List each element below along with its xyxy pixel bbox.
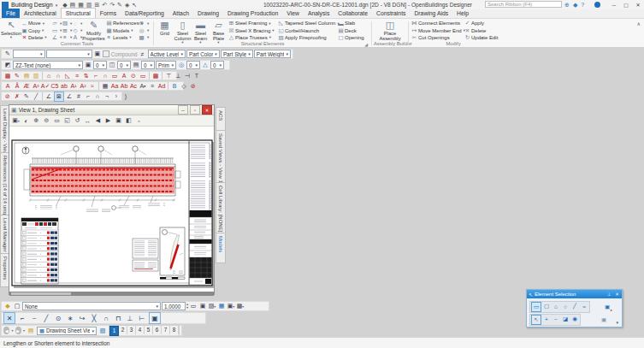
line-weight-icon[interactable]: ▤ — [132, 61, 140, 69]
modify-element-tool[interactable]: ⌐ — [17, 313, 27, 323]
part-style-dropdown[interactable]: Part Style▾ — [221, 50, 253, 58]
workflow-selector[interactable]: Building Design — [11, 2, 53, 8]
tool-icon[interactable]: ⊤ — [164, 72, 173, 80]
minimize-button[interactable]: ─ — [608, 0, 620, 9]
title-icon[interactable]: ⊕ — [564, 2, 570, 9]
ribbon-big-button[interactable]: ▬Steel Beam▾ — [192, 20, 210, 41]
scale-spinner[interactable]: ▴▾ — [186, 303, 188, 310]
active-tool-frame[interactable]: ▣ — [149, 312, 161, 324]
value-combo-1[interactable]: 0▾ — [93, 61, 107, 69]
tool-icon[interactable] — [168, 82, 168, 90]
ribbon-small-button[interactable]: ▦Models▾ — [105, 27, 138, 33]
keyin-icon[interactable]: ◆ — [3, 302, 12, 310]
tool-icon[interactable]: ⌐ — [84, 92, 92, 101]
zoom-in-icon[interactable]: ⊕ — [32, 116, 41, 125]
tool-icon[interactable]: ▩ — [151, 72, 160, 80]
tool-icon[interactable]: ▭ — [139, 72, 147, 80]
scrollbar-thumb[interactable] — [11, 292, 71, 295]
quick-access-icon[interactable]: ↶ — [102, 2, 107, 9]
ribbon-tab[interactable]: Forms — [96, 9, 121, 18]
drawing-scale-icon[interactable]: ▩▾ — [236, 302, 245, 310]
ribbon-icon-button[interactable]: ◇▾ — [72, 27, 82, 33]
tool-icon[interactable]: ∠ — [44, 92, 53, 101]
drawing-canvas[interactable] — [9, 127, 214, 292]
view-group-folder-icon[interactable]: ▤ — [27, 327, 35, 335]
tool-icon[interactable]: ⌐ — [92, 72, 100, 80]
method-circle[interactable]: ○ — [561, 302, 570, 310]
view-group-combo[interactable]: ▦ Drawing Sheet View▾ — [37, 327, 97, 335]
ribbon-tab[interactable]: Drawing Production — [223, 9, 282, 18]
ribbon-small-button[interactable]: ▤Deck — [337, 27, 361, 33]
tool-icon[interactable]: ▩ — [3, 72, 12, 80]
close-button[interactable]: ✕ — [632, 0, 644, 9]
tool-icon[interactable] — [162, 72, 162, 80]
clip-mask-icon[interactable]: ▫ — [134, 116, 144, 125]
view-toggle-button[interactable]: 6 — [153, 326, 162, 334]
method-line[interactable]: ╱ — [570, 302, 579, 310]
ribbon-icon-button[interactable]: ⊕▾ — [138, 20, 149, 27]
ribbon-icon-button[interactable]: ▭▾ — [51, 27, 62, 33]
ribbon-small-button[interactable]: ▨Apply Fireproofing — [277, 34, 337, 41]
element-selection-title-bar[interactable]: ↖ Element Selection ⊥ ✕ — [527, 290, 622, 298]
window-area-icon[interactable]: ▭ — [52, 116, 62, 125]
ribbon-small-button[interactable]: ↦Move Member End▾ — [411, 27, 464, 33]
tool-icon[interactable]: ∩ — [101, 72, 109, 80]
partial-delete-tool[interactable]: ~ — [29, 313, 39, 323]
transparency-icon[interactable]: △ — [201, 61, 210, 69]
tool-icon[interactable]: ⊘ — [3, 92, 12, 101]
tool-icon[interactable]: A³ — [32, 82, 40, 91]
tool-icon[interactable]: ✎ — [22, 92, 31, 101]
view-toggle-button[interactable]: 3 — [127, 326, 136, 334]
ribbon-small-button[interactable]: ◺Tapered Steel Column▾ — [277, 20, 337, 27]
text-style-combo[interactable]: ZZ-Text (none)▾ — [13, 61, 83, 69]
ribbon-small-button[interactable]: ◱Corbel/Haunch — [277, 27, 337, 33]
dock-tab-saved-views[interactable]: Saved Views - View 1 — [216, 130, 226, 186]
tool-icon[interactable]: ◺ — [63, 72, 72, 80]
title-icon[interactable]: ◆ — [573, 2, 577, 9]
ribbon-small-button[interactable]: ✕Delete▾ — [21, 34, 51, 41]
tool-icon[interactable]: Aa — [110, 82, 119, 91]
zoom-out-icon[interactable]: ⊖ — [42, 116, 51, 125]
value-combo-2[interactable]: 0▾ — [117, 61, 131, 69]
tool-icon[interactable]: › — [112, 92, 121, 101]
grid-lock-icon[interactable]: ▦ — [217, 302, 226, 310]
tool-icon[interactable]: Ab — [120, 82, 128, 91]
not-equal-icon[interactable]: ≠ — [139, 50, 147, 58]
active-level-combo[interactable]: ▾ — [46, 50, 92, 58]
view-next-icon[interactable]: ▶ — [103, 116, 113, 125]
mode-add[interactable]: + — [542, 315, 551, 323]
quick-access-icon[interactable]: ↖ — [132, 2, 137, 9]
tool-icon[interactable]: ⌂ — [44, 72, 53, 80]
ribbon-tab[interactable]: Help — [452, 9, 473, 18]
quick-access-icon[interactable]: ✎ — [117, 2, 122, 9]
tool-icon[interactable]: ▭ — [110, 72, 119, 80]
tool-icon[interactable] — [42, 72, 43, 80]
ribbon-small-button[interactable]: ≡Levels▾ — [105, 34, 138, 41]
tool-icon[interactable]: A¹ — [69, 82, 78, 91]
ribbon-icon-button[interactable]: ⊞▾ — [62, 27, 72, 33]
tool-icon[interactable]: ab — [60, 82, 68, 91]
ribbon-small-button[interactable]: ✂Cut Openings — [411, 34, 464, 41]
pencil-icon[interactable]: ✎ — [3, 50, 12, 58]
workflow-dropdown-icon[interactable]: ▾ — [56, 3, 58, 8]
quick-access-icon[interactable]: ↷ — [109, 2, 115, 9]
ribbon-small-button[interactable]: ▣Copy▾ — [21, 27, 51, 33]
tool-icon[interactable]: C5 — [50, 82, 59, 91]
ribbon-icon-button[interactable]: ≡▾ — [62, 34, 72, 41]
tool-icon[interactable]: ⊙ — [129, 72, 138, 80]
tool-icon[interactable]: ¬ — [103, 92, 111, 101]
clip-volume-icon[interactable]: ◧ — [124, 116, 133, 125]
dialog-launcher-icon[interactable]: ◢ — [364, 42, 368, 47]
text-style-icon[interactable]: ◩ — [3, 61, 12, 69]
value-combo-4[interactable]: 0▾ — [186, 61, 200, 69]
tool-icon[interactable]: ⇅ — [82, 72, 91, 80]
back-button[interactable]: ◀ — [3, 327, 9, 334]
part-weight-dropdown[interactable]: Part Weight▾ — [254, 50, 291, 58]
tool-icon[interactable]: ▥ — [32, 72, 40, 80]
ribbon-small-button[interactable]: ✕Delete — [464, 27, 496, 33]
pan-view-icon[interactable]: ↔ — [83, 116, 92, 125]
ribbon-tab[interactable]: Analysis — [304, 9, 334, 18]
view-restore-button[interactable]: ▫ — [190, 105, 200, 115]
tool-icon[interactable]: T — [192, 72, 201, 80]
view-toggle-button[interactable]: 1 — [109, 326, 119, 336]
